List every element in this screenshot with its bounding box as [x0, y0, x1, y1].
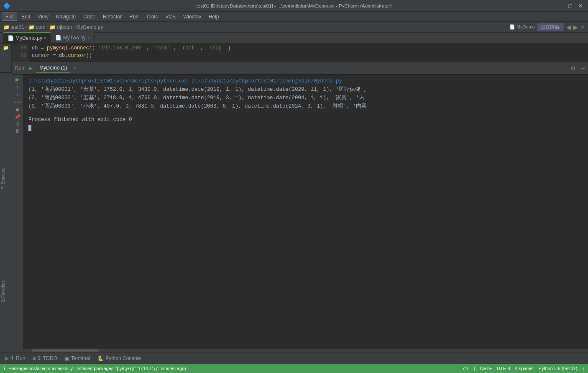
- horizontal-scrollbar[interactable]: [23, 349, 588, 352]
- breadcrumb-njbdqn[interactable]: 📁 njbdqn: [49, 24, 72, 30]
- status-position[interactable]: 7:1: [462, 366, 468, 371]
- breadcrumb-mydemopy[interactable]: MyDemo.py: [76, 24, 103, 30]
- status-crlf[interactable]: CRLF: [480, 366, 492, 371]
- output-finish-line: Process finished with exit code 0: [28, 116, 583, 124]
- status-pkg-icon: ℹ: [3, 366, 5, 371]
- output-data-1: (1, '商品00001', '宏基', 1752.0, 1, 3430.0, …: [28, 85, 583, 94]
- run-output: D:\studyData\pythpro\test01\venv\Scripts…: [23, 75, 588, 352]
- word-wrap-icon[interactable]: ⟺: [14, 99, 21, 105]
- menu-help[interactable]: Help: [205, 13, 222, 21]
- code-line-90: cursor = db.cursor(): [32, 52, 585, 59]
- menu-refactor[interactable]: Refactor: [100, 13, 125, 21]
- folder-icon: 📁: [49, 24, 56, 30]
- structure-panel-label[interactable]: 7: Structure: [1, 167, 5, 189]
- menu-window[interactable]: Window: [180, 13, 205, 21]
- output-cursor-line: [28, 124, 583, 132]
- tab-mydemopy[interactable]: 📄 MyDemo.py ×: [3, 32, 51, 43]
- status-bar: ℹ Packages installed successfully: Insta…: [0, 364, 588, 373]
- terminal-tab-icon: ▣: [65, 355, 69, 361]
- run-panel: Run: ▶ MyDemo (1) × ⚙ ─ ▶ ↑ ↓ ⟺ ■ 📌 🖨 🗑 …: [12, 62, 588, 352]
- output-data-2: (2, '商品00002', '宏基', 2718.0, 1, 4766.0, …: [28, 94, 583, 102]
- output-data-3: (3, '商品00003', '小米', 407.0, 0, 7881.0, d…: [28, 102, 583, 111]
- status-pkg-text: Packages installed successfully: Install…: [8, 366, 186, 371]
- status-encoding[interactable]: UTF-8: [497, 366, 510, 371]
- breadcrumb-text: njbdqn: [57, 24, 72, 30]
- tab-label: MyDemo.py: [15, 35, 42, 41]
- output-path-text: D:\studyData\pythpro\test01\venv\Scripts…: [28, 78, 342, 84]
- scroll-down-icon[interactable]: ↓: [16, 92, 19, 98]
- cursor-blink: [28, 125, 31, 131]
- nav-back-button[interactable]: ◀: [566, 24, 571, 31]
- run-tab-close[interactable]: ×: [74, 66, 76, 71]
- scroll-up-icon[interactable]: ↑: [16, 84, 19, 90]
- breadcrumb-text: com: [36, 24, 46, 30]
- line-num: 90: [13, 52, 27, 59]
- maximize-icon[interactable]: □: [567, 3, 574, 9]
- line-num: 89: [13, 44, 27, 52]
- project-sidebar-icon: 📁: [3, 45, 9, 51]
- todo-tab-label: 6: TODO: [37, 355, 57, 361]
- tab-icon: 📄: [509, 24, 515, 29]
- output-path-line: D:\studyData\pythpro\test01\venv\Scripts…: [28, 77, 583, 85]
- project-icon: 📁: [3, 24, 10, 30]
- editor-tabs: 📄 MyDemo.py × 📄 MyTwo.py ×: [0, 33, 588, 44]
- favorites-panel-label[interactable]: 2: Favorites: [1, 280, 5, 302]
- tab-close-mytwo[interactable]: ×: [87, 36, 90, 40]
- breadcrumb-file-text: MyDemo.py: [76, 24, 103, 30]
- run-tab-mydemo[interactable]: MyDemo (1): [36, 63, 70, 73]
- python-console-icon: 🐍: [97, 355, 104, 361]
- run-panel-header: Run: ▶ MyDemo (1) × ⚙ ─: [12, 62, 588, 75]
- menu-vcs[interactable]: VCS: [162, 13, 179, 21]
- window-controls: ─ □ ✕: [557, 3, 585, 9]
- status-python-version[interactable]: Python 3.6 (test01): [539, 366, 578, 371]
- status-indent[interactable]: 4 spaces: [515, 366, 534, 371]
- run-tab-label: 4: Run: [10, 355, 25, 361]
- status-bar-right: 7:1 | CRLF UTF-8 4 spaces Python 3.6 (te…: [462, 366, 585, 371]
- tab-file-icon: 📄: [55, 35, 61, 41]
- menu-view[interactable]: View: [34, 13, 52, 21]
- speaking-badge: 正在讲话:: [537, 23, 564, 31]
- tab-label: MyTwo.py: [63, 35, 86, 41]
- active-tab-badge: 📄 MyDemo: [509, 24, 535, 30]
- run-label: Run:: [15, 65, 26, 71]
- python-console-tab-button[interactable]: 🐍 Python Console: [94, 355, 144, 362]
- title-bar: 🔷 test01 [D:\studyData\pythpro\test01] -…: [0, 0, 588, 12]
- scrollbar-thumb[interactable]: [32, 349, 99, 352]
- menu-file[interactable]: File: [2, 13, 17, 21]
- bottom-tabs-bar: ▶ 4: Run ≡ 6: TODO ▣ Terminal 🐍 Python C…: [0, 352, 588, 364]
- pin-icon[interactable]: 📌: [15, 114, 20, 120]
- menu-edit[interactable]: Edit: [18, 13, 33, 21]
- breadcrumb-right: 📄 MyDemo 正在讲话: ◀ ▶ ✕: [509, 23, 585, 31]
- window-title: test01 [D:\studyData\pythpro\test01] - .…: [196, 3, 391, 8]
- close-bar-icon[interactable]: ✕: [580, 24, 585, 30]
- breadcrumb-bar: 📁 test01 › 📁 com › 📁 njbdqn › MyDemo.py …: [0, 22, 588, 33]
- tab-close-mydemo[interactable]: ×: [44, 36, 46, 40]
- terminal-tab-button[interactable]: ▣ Terminal: [61, 355, 93, 362]
- menu-run[interactable]: Run: [126, 13, 142, 21]
- stop-icon[interactable]: ■: [16, 107, 19, 113]
- todo-tab-icon: ≡: [33, 355, 36, 361]
- print-icon[interactable]: 🖨: [15, 121, 20, 126]
- settings-icon[interactable]: ⚙: [570, 65, 576, 72]
- breadcrumb-test01[interactable]: test01: [10, 24, 24, 30]
- run-play-icon[interactable]: ▶: [15, 76, 20, 82]
- menu-code[interactable]: Code: [80, 13, 99, 21]
- run-tab-button[interactable]: ▶ 4: Run: [2, 355, 28, 362]
- status-upload-icon[interactable]: ↑: [583, 366, 585, 371]
- nav-forward-button[interactable]: ▶: [573, 24, 578, 31]
- status-line-sep: |: [474, 366, 475, 371]
- breadcrumb-com[interactable]: 📁 com: [28, 24, 46, 30]
- tab-mytwopy[interactable]: 📄 MyTwo.py ×: [51, 32, 95, 43]
- menu-navigate[interactable]: Navigate: [53, 13, 79, 21]
- run-tab-icon: ▶: [5, 355, 9, 361]
- todo-tab-button[interactable]: ≡ 6: TODO: [29, 355, 61, 362]
- close-icon[interactable]: ✕: [576, 3, 585, 9]
- menu-bar: File Edit View Navigate Code Refactor Ru…: [0, 12, 588, 22]
- code-line-89: db = pymysql.connect( '192.168.0.200' , …: [32, 44, 585, 52]
- menu-tools[interactable]: Tools: [143, 13, 161, 21]
- collapse-icon[interactable]: ─: [581, 65, 585, 71]
- folder-icon: 📁: [28, 24, 35, 30]
- trash-icon[interactable]: 🗑: [15, 128, 20, 133]
- tab-file-icon: 📄: [8, 35, 14, 41]
- minimize-icon[interactable]: ─: [557, 3, 565, 9]
